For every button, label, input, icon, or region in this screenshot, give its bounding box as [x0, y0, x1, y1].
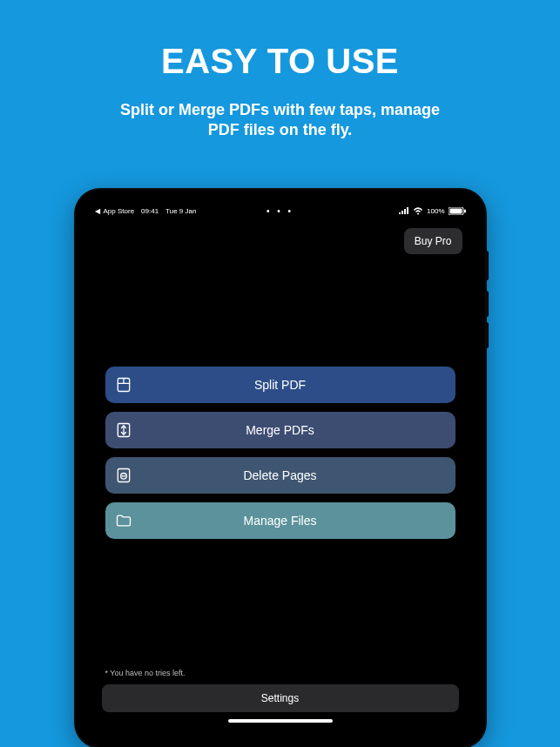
wifi-icon — [413, 207, 423, 215]
home-indicator[interactable] — [228, 719, 333, 723]
merge-pdfs-button[interactable]: Merge PDFs — [105, 412, 455, 448]
battery-pct: 100% — [427, 207, 444, 215]
delete-pages-button[interactable]: Delete Pages — [105, 457, 455, 494]
signal-icon — [399, 207, 409, 214]
status-time: 09:41 — [141, 207, 159, 215]
svg-rect-3 — [407, 207, 408, 214]
manage-files-button[interactable]: Manage Files — [105, 502, 455, 539]
status-bar: ◀ App Store 09:41 Tue 9 Jan • • • 100% — [84, 204, 476, 218]
hero-subtitle-line1: Split or Merge PDFs with few taps, manag… — [0, 100, 560, 120]
folder-icon — [105, 512, 142, 529]
settings-button[interactable]: Settings — [102, 684, 459, 712]
hero-subtitle: Split or Merge PDFs with few taps, manag… — [0, 100, 560, 141]
status-date: Tue 9 Jan — [165, 207, 196, 215]
manage-files-label: Manage Files — [105, 514, 455, 528]
svg-rect-0 — [399, 212, 401, 214]
status-left[interactable]: ◀ App Store 09:41 Tue 9 Jan — [95, 207, 197, 215]
split-pdf-button[interactable]: Split PDF — [105, 367, 455, 403]
split-pdf-label: Split PDF — [105, 378, 455, 392]
svg-rect-1 — [401, 211, 403, 214]
svg-rect-2 — [404, 209, 406, 214]
back-label: App Store — [104, 207, 135, 215]
svg-rect-5 — [449, 208, 462, 213]
delete-icon — [105, 467, 142, 484]
svg-rect-12 — [118, 469, 129, 482]
back-chevron-icon: ◀ — [95, 207, 100, 215]
hero-subtitle-line2: PDF files on the fly. — [0, 120, 560, 140]
hero-title: EASY TO USE — [0, 42, 560, 81]
delete-pages-label: Delete Pages — [105, 468, 455, 482]
main-actions: Split PDF Merge PDFs — [84, 237, 476, 669]
tablet-frame: ◀ App Store 09:41 Tue 9 Jan • • • 100% — [76, 190, 485, 747]
split-icon — [105, 376, 142, 394]
battery-icon — [449, 207, 466, 215]
hero: EASY TO USE Split or Merge PDFs with few… — [0, 0, 560, 141]
svg-rect-6 — [464, 209, 466, 212]
tries-left-text: * You have no tries left. — [102, 669, 459, 677]
screen: ◀ App Store 09:41 Tue 9 Jan • • • 100% — [84, 199, 476, 738]
merge-pdfs-label: Merge PDFs — [105, 423, 455, 437]
merge-icon — [105, 421, 142, 439]
footer: * You have no tries left. Settings — [84, 669, 476, 738]
